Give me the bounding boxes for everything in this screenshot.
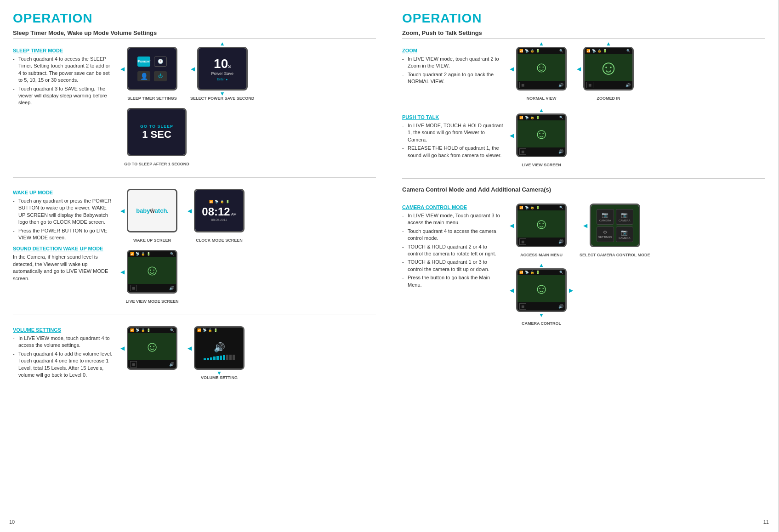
arr-left-power: ◀ [191, 66, 195, 72]
cc-zoom: 🔍 [559, 271, 563, 274]
vol-wifi2: 📶 [197, 328, 201, 332]
wakeup-device: babyŵatch. [127, 189, 177, 232]
cam-bullet-5: Press the button to go back the Main Men… [402, 274, 503, 289]
live-view-caption: LIVE VIEW MODE SCREEN [125, 299, 178, 304]
arr-left-zoom: ◀ [577, 66, 581, 72]
access-main-caption: ACCESS MAIN MENU [520, 253, 563, 257]
lv-battery-icon: 🔋 [147, 252, 151, 256]
push-to-talk-screens: ▲ ◀ 📶 📡 🔒 🔋 [512, 110, 765, 171]
volume-bullets: In LIVE VIEW mode, touch quadrant 4 to a… [13, 335, 114, 379]
amm-signal: 📡 [525, 206, 529, 209]
cc-smiley: ☺ [534, 280, 549, 297]
ptt-screens-row: ▲ ◀ 📶 📡 🔒 🔋 [512, 110, 765, 167]
volume-heading: VOLUME SETTINGS [13, 327, 114, 333]
cc-top: 📶 📡 🔒 🔋 🔍 [517, 270, 565, 275]
vol-wifi: 📶 [130, 328, 134, 332]
lv-wifi-icon: 📶 [130, 252, 134, 256]
nv-bl: ◼ [519, 82, 526, 88]
vbar10 [233, 355, 235, 360]
left-page: OPERATION Sleep Timer Mode, Wake up Mode… [0, 0, 389, 532]
nv-camera: ☺ [517, 54, 565, 81]
vol-bottom-left: ◼ [130, 361, 137, 368]
amm-lock: 🔒 [530, 206, 534, 209]
zoom-screens-area: ▲ ◀ 📶 📡 🔒 🔋 [512, 43, 765, 104]
sleep-screens: ◀ ☀BRIGHT 🕐 👤 ⏻ [123, 43, 376, 170]
nv-smiley: ☺ [534, 59, 549, 76]
vol-lock2: 🔒 [208, 328, 212, 332]
nv-bat: 🔋 [536, 49, 540, 53]
arr-left-vol: ◀ [120, 345, 125, 351]
zoomed-view-block: ▲ ◀ 📶 📡 🔒 🔋 [580, 43, 637, 101]
volume-screens-row: ◀ 📶 📡 🔒 🔋 🔍 [123, 323, 376, 380]
amm-top: 📶 📡 🔒 🔋 🔍 [517, 205, 565, 210]
ptt-signal: 📡 [525, 116, 529, 119]
cam-bullet-3: TOUCH & HOLD quadrant 2 or 4 to control … [402, 243, 503, 258]
wakeup-section: WAKE UP MODE Touch any quadrant or press… [13, 185, 376, 307]
volume-lv-screen: 📶 📡 🔒 🔋 🔍 ☺ [128, 328, 176, 368]
sound-detection-text: In the Camera, if higher sound level is … [13, 254, 114, 282]
cam-menu-item-1: 📷 CAMERA [597, 209, 614, 225]
vol-smiley: ☺ [145, 338, 160, 355]
goto-sleep-device: GO TO SLEEP 1 SEC [127, 108, 187, 156]
ptt-screen: 📶 📡 🔒 🔋 🔍 ☺ [517, 115, 565, 156]
amm-bl: ◼ [519, 238, 526, 245]
cc-bl: ◼ [519, 303, 526, 310]
vol-icons2: 📶 📡 🔒 🔋 [197, 328, 218, 332]
lv-lock-icon: 🔒 [141, 252, 145, 256]
ptt-wifi: 📶 [519, 116, 523, 119]
clock-caption: CLOCK MODE SCREEN [196, 238, 243, 243]
cc-icons: 📶 📡 🔒 🔋 [519, 271, 540, 274]
vbar6 [220, 356, 222, 360]
arr-bottom-vol: ▼ [216, 370, 222, 376]
nv-zoom: 🔍 [559, 49, 563, 53]
clock-status-row: 📶 📡 🔒 🔋 [209, 200, 230, 204]
select-camera-block: ◀ 📷 CAMERA 📷 CAM [580, 200, 650, 257]
lv-zoom-icon: 🔍 [170, 252, 174, 256]
goto-sleep-block: GO TO SLEEP 1 SEC GO TO SLEEP AFTER 1 SE… [123, 104, 190, 166]
right-page: OPERATION Zoom, Push to Talk Settings ZO… [389, 0, 779, 532]
vol-signal: 📡 [136, 328, 140, 332]
vbar9 [229, 355, 232, 360]
zv-wifi: 📶 [586, 49, 591, 53]
clock-ampm: AM [231, 212, 237, 216]
access-main-block: ◀ 📶 📡 🔒 🔋 🔍 [512, 200, 570, 257]
vol-bat: 🔋 [147, 328, 151, 332]
cam-menu-item-4: 📷 CAMERA [616, 226, 633, 242]
live-view-device: 📶 📡 🔒 🔋 🔍 ☺ [127, 250, 177, 294]
arr-top-ptt: ▲ [539, 107, 544, 113]
volume-lv-device: 📶 📡 🔒 🔋 🔍 ☺ [127, 326, 177, 370]
vbar5 [216, 356, 219, 360]
amm-zoom: 🔍 [559, 206, 563, 209]
goto-sleep-text: GO TO SLEEP [140, 124, 173, 129]
nv-icons: 📶 📡 🔒 🔋 [519, 49, 540, 53]
amm-bottom: ◼ 🔊 [517, 238, 565, 246]
sleep-screens-row2: GO TO SLEEP 1 SEC GO TO SLEEP AFTER 1 SE… [123, 104, 376, 166]
ptt-caption: LIVE VIEW SCREEN [522, 163, 561, 167]
clock-date: 08.05.2012 [211, 218, 227, 221]
left-page-number: 10 [9, 519, 15, 525]
zv-smiley: ☺ [598, 56, 619, 79]
power-icon: ⏻ [154, 71, 167, 81]
power-save-device: 10 s Power Save Enter ● [197, 47, 248, 91]
push-to-talk-text: PUSH TO TALK In LIVE MODE, TOUCH & HOLD … [402, 110, 503, 171]
normal-view-block: ▲ ◀ 📶 📡 🔒 🔋 [512, 43, 570, 101]
amm-icons: 📶 📡 🔒 🔋 [519, 206, 540, 209]
zv-signal: 📡 [592, 49, 596, 53]
vol-lv-bottom: ◼ 🔊 [128, 360, 176, 368]
ptt-bullet-2: RELEASE THE HOLD of quadrant 1, the soun… [402, 145, 503, 159]
cc-bat: 🔋 [536, 271, 540, 274]
volume-screen: 📶 📡 🔒 🔋 🔊 [195, 328, 243, 368]
arr-right-cc: ▶ [569, 287, 573, 294]
volume-bullet-2: Touch quadrant 4 to add the volume level… [13, 351, 114, 379]
divider-1 [13, 177, 376, 178]
cam-icon-1: 📷 [602, 212, 608, 218]
vol-lock: 🔒 [141, 328, 145, 332]
wakeup-screens-row1: ◀ babyŵatch. WAKE UP SCREEN ◀ [123, 185, 376, 243]
nv-bottom: ◼ 🔊 [517, 81, 565, 89]
lv-top-bar: 📶 📡 🔒 🔋 🔍 [128, 251, 176, 257]
ptt-zoom: 🔍 [559, 116, 563, 119]
zv-zoom: 🔍 [626, 49, 631, 53]
sleep-timer-screen-block: ◀ ☀BRIGHT 🕐 👤 ⏻ [123, 43, 181, 101]
volume-section: VOLUME SETTINGS In LIVE VIEW mode, touch… [13, 323, 376, 384]
wifi-icon: 📶 [209, 200, 213, 204]
